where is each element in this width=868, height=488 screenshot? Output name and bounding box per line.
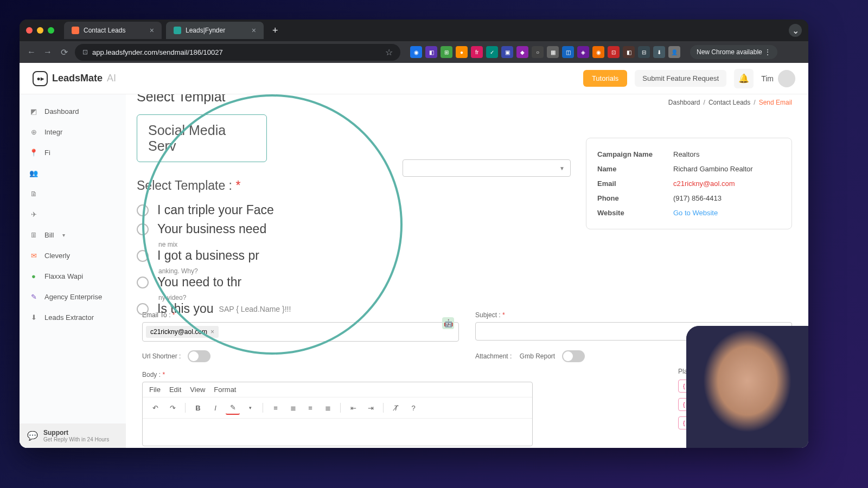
address-bar[interactable]: ⊡ app.leadsfynder.com/sendmail/186/10027…	[75, 44, 400, 61]
extension-icon[interactable]: ⊟	[638, 46, 650, 58]
extension-icon[interactable]: ◧	[425, 46, 437, 58]
sidebar-item-send[interactable]: ✈	[20, 204, 126, 224]
select-template-heading: Select Templat	[137, 94, 291, 105]
sidebar-item-integrations[interactable]: ⊕Integr	[20, 121, 126, 142]
close-window[interactable]	[26, 27, 33, 34]
url-bar: ← → ⟳ ⊡ app.leadsfynder.com/sendmail/186…	[20, 41, 808, 63]
lead-email-link[interactable]: c21rickny@aol.com	[673, 179, 735, 188]
outdent-button[interactable]: ⇤	[346, 401, 360, 415]
italic-button[interactable]: I	[208, 401, 222, 415]
tab-contact-leads[interactable]: Contact Leads ×	[64, 22, 162, 39]
radio-icon	[137, 250, 149, 262]
help-button[interactable]: ?	[406, 401, 420, 415]
color-dropdown-icon[interactable]: ▾	[243, 401, 257, 415]
undo-button[interactable]: ↶	[148, 401, 162, 415]
indent-button[interactable]: ⇥	[363, 401, 378, 415]
url-shortner-toggle[interactable]	[188, 350, 210, 362]
menu-format[interactable]: Format	[214, 386, 236, 394]
user-menu[interactable]: Tim	[761, 70, 795, 87]
sidebar-item-cleverly[interactable]: ✉Cleverly	[20, 245, 126, 266]
site-info-icon[interactable]: ⊡	[82, 48, 88, 56]
breadcrumb-dashboard[interactable]: Dashboard	[668, 99, 700, 106]
extension-icon[interactable]: ◈	[577, 46, 589, 58]
subject-label: Subject : *	[475, 311, 792, 319]
align-justify-button[interactable]: ≣	[321, 401, 335, 415]
sidebar-item-agency[interactable]: ✎Agency Enterprise	[20, 286, 126, 307]
notifications-icon[interactable]: 🔔	[734, 69, 754, 88]
minimize-window[interactable]	[37, 27, 43, 34]
maximize-window[interactable]	[48, 27, 54, 34]
extension-icon[interactable]: ◫	[562, 46, 574, 58]
menu-view[interactable]: View	[190, 386, 205, 394]
extension-icon[interactable]: ◧	[623, 46, 635, 58]
attachment-toggle[interactable]	[562, 350, 585, 362]
clear-format-button[interactable]: T̸	[389, 401, 403, 415]
logo[interactable]: ●▸ LeadsMate AI	[33, 71, 116, 86]
extension-icon[interactable]: ○	[532, 46, 544, 58]
sidebar-item-dashboard[interactable]: ◩Dashboard	[20, 101, 126, 121]
tab-leadsfynder[interactable]: Leads|Fynder ×	[166, 22, 264, 39]
text-color-button[interactable]: ✎	[226, 401, 240, 415]
editor-textarea[interactable]	[143, 419, 532, 446]
align-left-button[interactable]: ≡	[269, 401, 283, 415]
extension-icon[interactable]: ●	[456, 46, 468, 58]
sidebar-item-flaxxa[interactable]: ●Flaxxa Wapi	[20, 266, 126, 286]
sidebar-item-billing[interactable]: 🗏Bill▾	[20, 224, 126, 245]
extension-icon[interactable]: ✓	[486, 46, 498, 58]
tutorials-button[interactable]: Tutorials	[583, 70, 627, 87]
sidebar-item-extractor[interactable]: ⬇Leads Extractor	[20, 307, 126, 328]
lead-phone-value: (917) 856-4413	[673, 194, 722, 202]
template-option[interactable]: I can triple your Face	[137, 203, 291, 217]
template-option[interactable]: You need to thr	[137, 275, 291, 290]
back-button[interactable]: ←	[26, 47, 37, 57]
link-icon: ⊕	[29, 127, 38, 136]
url-text: app.leadsfynder.com/sendmail/186/10027	[92, 48, 381, 56]
feature-request-button[interactable]: Submit Feature Request	[635, 70, 726, 87]
template-dropdown[interactable]: ▼	[403, 159, 571, 177]
radio-icon	[137, 303, 149, 315]
extension-icon[interactable]: ◉	[410, 46, 422, 58]
chrome-update-button[interactable]: New Chrome available ⋮	[690, 45, 777, 59]
extension-icon[interactable]: ◆	[516, 46, 528, 58]
favicon	[174, 27, 181, 34]
template-option[interactable]: Is this youSAP { Lead.Name }!!!	[137, 301, 291, 316]
bookmark-icon[interactable]: ☆	[385, 47, 393, 57]
extension-icon[interactable]: fr	[471, 46, 483, 58]
download-icon[interactable]: ⬇	[653, 46, 665, 58]
url-shortner-label: Url Shortner :	[142, 352, 181, 360]
forward-button[interactable]: →	[42, 47, 53, 57]
align-right-button[interactable]: ≡	[303, 401, 317, 415]
close-tab-icon[interactable]: ×	[252, 26, 256, 35]
remove-chip-icon[interactable]: ×	[210, 328, 214, 336]
support-box[interactable]: 💬 Support Get Reply With in 24 Hours	[20, 423, 126, 448]
menu-file[interactable]: File	[149, 386, 161, 394]
new-tab-button[interactable]: +	[268, 25, 283, 36]
breadcrumb-contacts[interactable]: Contact Leads	[709, 99, 750, 106]
campaign-name-value: Realtors	[673, 150, 699, 158]
profile-icon[interactable]: 👤	[668, 46, 680, 58]
extension-icon[interactable]: ⊞	[441, 46, 452, 58]
menu-edit[interactable]: Edit	[169, 386, 181, 394]
redo-button[interactable]: ↷	[165, 401, 180, 415]
sidebar-item-files[interactable]: 🗎	[20, 183, 126, 204]
lead-website-link[interactable]: Go to Website	[673, 209, 718, 217]
close-tab-icon[interactable]: ×	[150, 26, 154, 35]
template-category-select[interactable]: Social Media Serv	[137, 114, 267, 162]
ai-assist-icon[interactable]: 🤖	[442, 317, 454, 329]
bold-button[interactable]: B	[191, 401, 205, 415]
template-option[interactable]: Your business need	[137, 222, 291, 236]
extensions: ◉ ◧ ⊞ ● fr ✓ ▣ ◆ ○ ▦ ◫ ◈ ◉ ⊡ ◧ ⊟ ⬇ 👤	[410, 46, 680, 58]
chevron-down-icon: ▼	[559, 165, 565, 171]
extension-icon[interactable]: ▦	[547, 46, 559, 58]
extension-icon[interactable]: ⊡	[608, 46, 620, 58]
template-option[interactable]: I got a business pr	[137, 248, 291, 263]
sidebar-item-contacts[interactable]: 👥	[20, 163, 126, 183]
email-to-input[interactable]: c21rickny@aol.com × 🤖	[142, 322, 459, 342]
extension-icon[interactable]: ◉	[592, 46, 604, 58]
file-icon: 🗎	[29, 189, 38, 198]
sidebar-item-find[interactable]: 📍Fi	[20, 142, 126, 163]
reload-button[interactable]: ⟳	[59, 47, 69, 57]
extension-icon[interactable]: ▣	[501, 46, 513, 58]
chrome-tabs-menu[interactable]: ⌄	[789, 24, 802, 37]
align-center-button[interactable]: ≣	[286, 401, 300, 415]
